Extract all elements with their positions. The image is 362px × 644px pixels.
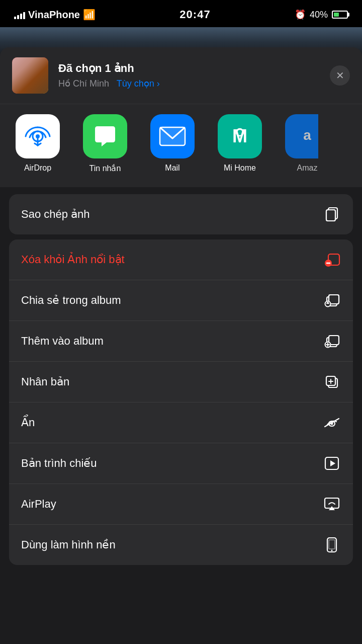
battery-icon [332, 11, 348, 19]
apps-row: AirDrop Tin nhắn Mail [10, 114, 352, 173]
mihome-app-icon: M [218, 114, 262, 158]
airplay-icon [323, 495, 341, 513]
amaz-label: Amaz [297, 164, 318, 173]
signal-icon [14, 10, 25, 19]
slideshow-label: Bản trình chiếu [21, 457, 97, 470]
wifi-icon: 📶 [83, 9, 96, 21]
battery-percent: 40% [310, 10, 328, 20]
photo-title: Đã chọn 1 ảnh [58, 62, 320, 75]
location-label: Hồ Chí Minh [58, 78, 109, 89]
add-album-label: Thêm vào album [21, 335, 104, 348]
multi-action-card: Xóa khỏi Ảnh nổi bật Chia sẻ trong album [9, 239, 353, 565]
copy-photo-label: Sao chép ảnh [21, 208, 90, 221]
slideshow-icon [323, 454, 341, 472]
carrier-signal: VinaPhone 📶 [14, 9, 96, 21]
time-display: 20:47 [179, 8, 210, 21]
slideshow-item[interactable]: Bản trình chiếu [9, 443, 353, 484]
duplicate-label: Nhân bản [21, 375, 69, 388]
mail-label: Mail [165, 164, 179, 173]
hide-item[interactable]: Ẩn [9, 403, 353, 443]
photo-header: Đã chọn 1 ảnh Hồ Chí Minh Tùy chọn › ✕ [0, 47, 362, 104]
share-album-item[interactable]: Chia sẻ trong album [9, 280, 353, 321]
alarm-icon: ⏰ [295, 9, 306, 20]
remove-featured-icon [323, 251, 341, 269]
app-item-mihome[interactable]: M Mi Home [212, 114, 267, 173]
photo-thumbnail [12, 57, 48, 94]
duplicate-item[interactable]: Nhân bản [9, 362, 353, 403]
airplay-item[interactable]: AirPlay [9, 484, 353, 525]
svg-rect-12 [326, 210, 335, 221]
app-item-airdrop[interactable]: AirDrop [10, 114, 65, 173]
add-album-item[interactable]: Thêm vào album [9, 321, 353, 362]
airdrop-app-icon [16, 114, 60, 158]
svg-point-20 [327, 302, 329, 304]
app-item-amaz[interactable]: a Amaz [280, 114, 335, 173]
mail-app-icon [150, 114, 195, 158]
amaz-app-icon: a [285, 114, 329, 158]
remove-featured-item[interactable]: Xóa khỏi Ảnh nổi bật [9, 239, 353, 280]
copy-photo-item[interactable]: Sao chép ảnh [9, 194, 353, 234]
app-item-messages[interactable]: Tin nhắn [77, 114, 133, 173]
photo-subtitle: Hồ Chí Minh Tùy chọn › [58, 78, 320, 89]
airdrop-label: AirDrop [24, 164, 51, 173]
options-button[interactable]: Tùy chọn › [117, 78, 160, 89]
actions-section: Sao chép ảnh Xóa khỏi Ảnh nổi bật [0, 194, 362, 565]
share-album-label: Chia sẻ trong album [21, 294, 121, 307]
wallpaper-label: Dùng làm hình nền [21, 538, 116, 551]
airplay-label: AirPlay [21, 498, 56, 511]
hide-icon [323, 414, 341, 432]
svg-point-38 [331, 550, 333, 551]
status-bar: VinaPhone 📶 20:47 ⏰ 40% [0, 0, 362, 27]
copy-photo-card: Sao chép ảnh [9, 194, 353, 234]
share-album-icon [323, 291, 341, 309]
wallpaper-icon [323, 536, 341, 554]
svg-marker-33 [330, 460, 335, 466]
svg-rect-37 [329, 540, 335, 549]
messages-app-icon [83, 114, 127, 158]
remove-featured-label: Xóa khỏi Ảnh nổi bật [21, 253, 125, 266]
svg-point-31 [331, 423, 333, 425]
add-album-icon [323, 332, 341, 350]
mihome-label: Mi Home [224, 164, 256, 173]
photo-info: Đã chọn 1 ảnh Hồ Chí Minh Tùy chọn › [58, 62, 320, 89]
svg-text:a: a [303, 127, 311, 143]
carrier-label: VinaPhone [28, 9, 80, 21]
apps-section: AirDrop Tin nhắn Mail [0, 104, 362, 187]
messages-label: Tin nhắn [89, 164, 121, 173]
duplicate-icon [323, 373, 341, 391]
battery-area: ⏰ 40% [295, 9, 348, 20]
copy-icon [323, 205, 341, 223]
app-item-mail[interactable]: Mail [145, 114, 200, 173]
hide-label: Ẩn [21, 416, 35, 429]
wallpaper-item[interactable]: Dùng làm hình nền [9, 525, 353, 565]
close-button[interactable]: ✕ [330, 65, 350, 86]
